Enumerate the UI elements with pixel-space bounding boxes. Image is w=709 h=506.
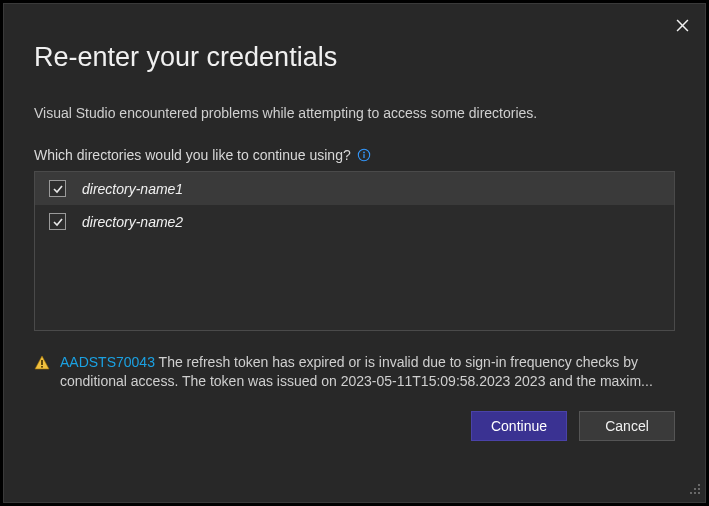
svg-point-10	[690, 492, 692, 494]
directory-label: directory-name2	[82, 214, 183, 230]
resize-grip[interactable]	[689, 481, 701, 499]
directory-checkbox[interactable]	[49, 180, 66, 197]
button-row: Continue Cancel	[34, 411, 675, 441]
question-row: Which directories would you like to cont…	[34, 147, 675, 163]
dialog-title: Re-enter your credentials	[34, 42, 675, 73]
close-button[interactable]	[669, 12, 695, 38]
svg-point-7	[694, 488, 696, 490]
warning-icon	[34, 355, 50, 391]
titlebar	[4, 4, 705, 38]
svg-rect-4	[41, 366, 43, 368]
svg-point-6	[698, 488, 700, 490]
close-icon	[676, 19, 689, 32]
check-icon	[52, 183, 64, 195]
directory-checkbox[interactable]	[49, 213, 66, 230]
svg-rect-3	[41, 360, 43, 365]
svg-point-8	[698, 492, 700, 494]
svg-point-1	[363, 152, 365, 154]
directory-label: directory-name1	[82, 181, 183, 197]
continue-button[interactable]: Continue	[471, 411, 567, 441]
error-code: AADSTS70043	[60, 354, 155, 370]
dialog-content: Re-enter your credentials Visual Studio …	[4, 38, 705, 502]
cancel-button[interactable]: Cancel	[579, 411, 675, 441]
error-text: AADSTS70043 The refresh token has expire…	[60, 353, 675, 391]
dialog-subtitle: Visual Studio encountered problems while…	[34, 105, 675, 121]
credentials-dialog: Re-enter your credentials Visual Studio …	[3, 3, 706, 503]
svg-point-5	[698, 484, 700, 486]
directory-row[interactable]: directory-name2	[35, 205, 674, 238]
svg-point-9	[694, 492, 696, 494]
directory-row[interactable]: directory-name1	[35, 172, 674, 205]
error-message: AADSTS70043 The refresh token has expire…	[34, 353, 675, 391]
directory-list[interactable]: directory-name1directory-name2	[34, 171, 675, 331]
info-icon[interactable]	[357, 148, 371, 162]
check-icon	[52, 216, 64, 228]
question-text: Which directories would you like to cont…	[34, 147, 351, 163]
svg-rect-2	[363, 154, 364, 158]
